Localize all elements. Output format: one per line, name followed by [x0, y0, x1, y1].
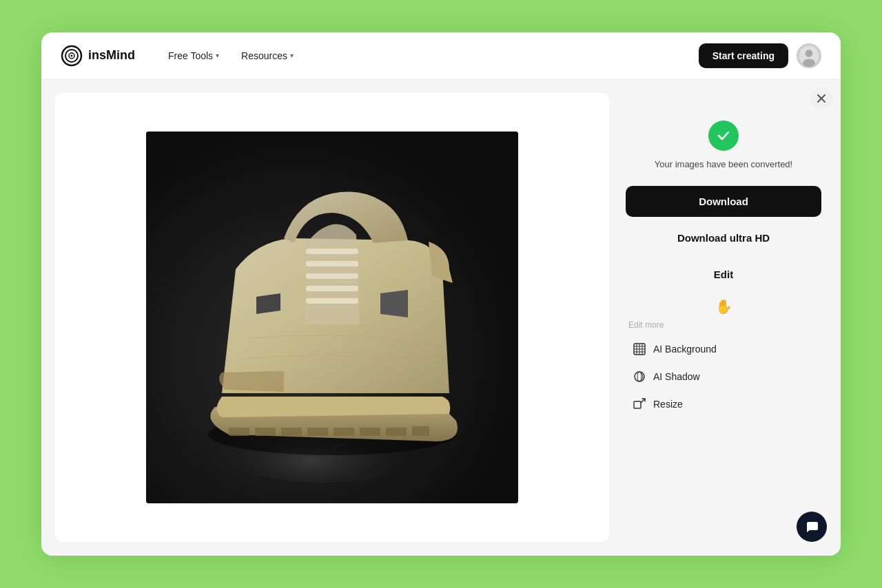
app-window: insMind Free Tools ▾ Resources ▾ Start c…	[41, 32, 841, 556]
svg-point-6	[803, 59, 815, 67]
chevron-down-icon: ▾	[290, 52, 294, 59]
edit-more-items: AI Background AI Shadow	[626, 337, 821, 417]
close-icon	[817, 94, 825, 103]
svg-rect-15	[229, 428, 249, 436]
ai-background-label: AI Background	[653, 344, 717, 355]
download-hd-button[interactable]: Download ultra HD	[626, 222, 821, 253]
svg-rect-21	[386, 428, 407, 436]
svg-rect-18	[307, 428, 328, 436]
drag-icon: ✋	[715, 298, 732, 315]
svg-rect-17	[281, 428, 302, 436]
logo: insMind	[61, 45, 135, 67]
svg-rect-34	[634, 401, 641, 408]
product-image-container	[61, 98, 604, 536]
svg-rect-20	[360, 428, 380, 436]
ai-background-icon	[633, 342, 646, 356]
svg-rect-12	[306, 273, 358, 279]
nav-resources[interactable]: Resources ▾	[233, 45, 302, 67]
main-content: Your images have been converted! Downloa…	[41, 79, 841, 556]
shoe-svg	[146, 132, 518, 503]
nav-free-tools[interactable]: Free Tools ▾	[160, 45, 227, 67]
drag-handle: ✋	[620, 290, 827, 317]
user-icon	[798, 43, 820, 68]
resize-item[interactable]: Resize	[626, 392, 821, 417]
svg-rect-14	[306, 298, 358, 304]
avatar[interactable]	[797, 43, 821, 68]
actions-section: Download Download ultra HD Edit	[620, 186, 827, 290]
edit-button[interactable]: Edit	[626, 259, 821, 290]
svg-point-33	[637, 372, 642, 381]
check-icon	[716, 128, 731, 143]
close-button[interactable]	[810, 87, 832, 109]
main-nav: Free Tools ▾ Resources ▾	[160, 45, 699, 67]
right-panel: Your images have been converted! Downloa…	[620, 93, 827, 542]
resize-label: Resize	[653, 399, 683, 410]
header: insMind Free Tools ▾ Resources ▾ Start c…	[41, 32, 841, 79]
download-button[interactable]: Download	[626, 186, 821, 217]
svg-rect-10	[306, 249, 358, 254]
chat-bubble-button[interactable]	[797, 512, 827, 542]
start-creating-button[interactable]: Start creating	[699, 43, 788, 68]
svg-rect-11	[306, 261, 358, 266]
ai-shadow-label: AI Shadow	[653, 371, 700, 382]
success-text: Your images have been converted!	[655, 159, 792, 169]
chat-icon	[804, 519, 819, 534]
resize-icon	[633, 397, 646, 411]
svg-rect-13	[306, 286, 358, 291]
ai-shadow-icon	[633, 370, 646, 384]
svg-point-5	[806, 50, 813, 57]
logo-icon	[61, 45, 83, 67]
logo-text: insMind	[88, 48, 135, 63]
svg-rect-19	[334, 428, 354, 436]
success-icon	[708, 120, 739, 151]
image-panel	[55, 93, 609, 542]
ai-shadow-item[interactable]: AI Shadow	[626, 364, 821, 389]
svg-rect-22	[412, 426, 429, 436]
success-section: Your images have been converted!	[620, 93, 827, 186]
svg-rect-16	[255, 428, 276, 436]
chevron-down-icon: ▾	[216, 52, 219, 59]
header-actions: Start creating	[699, 43, 821, 68]
shoe-image	[146, 132, 518, 503]
ai-background-item[interactable]: AI Background	[626, 337, 821, 361]
svg-point-3	[71, 54, 73, 56]
edit-more-section: Edit more	[620, 317, 827, 428]
edit-more-label: Edit more	[626, 320, 821, 330]
